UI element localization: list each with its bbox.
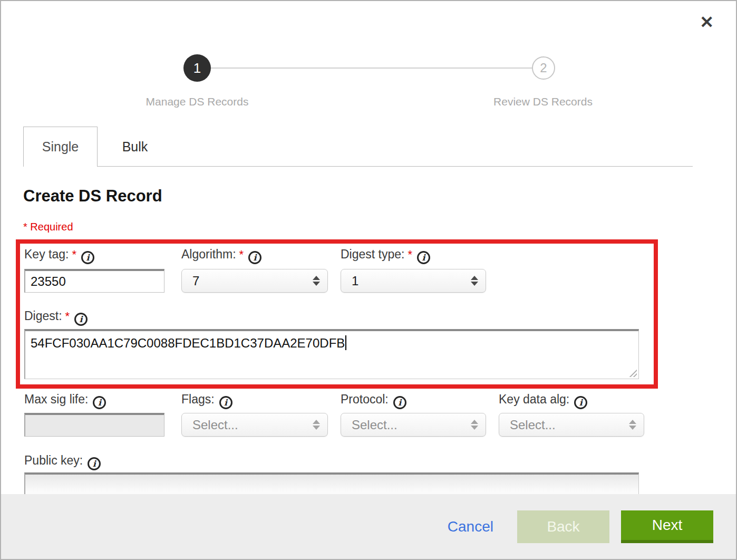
back-button[interactable]: Back	[517, 510, 609, 543]
stepper: 1 2 Manage DS Records Review DS Records	[1, 1, 736, 117]
digest-textarea[interactable]: 54FCF030AA1C79C0088FDEC1BD1C37DAA2E70DFB	[24, 329, 639, 379]
protocol-select[interactable]: Select...	[341, 413, 486, 437]
cancel-link[interactable]: Cancel	[448, 518, 493, 535]
public-key-info-icon[interactable]: i	[88, 457, 101, 470]
step-1-label: Manage DS Records	[92, 95, 303, 108]
select-arrows-icon	[471, 276, 478, 286]
required-note: * Required	[23, 221, 73, 233]
tab-bar-underline	[98, 166, 693, 167]
flags-select[interactable]: Select...	[181, 413, 328, 437]
algorithm-label: Algorithm:*i	[181, 247, 261, 264]
key-tag-input[interactable]	[24, 269, 164, 293]
create-ds-record-modal: ✕ 1 2 Manage DS Records Review DS Record…	[0, 0, 737, 560]
max-sig-life-info-icon[interactable]: i	[93, 396, 106, 409]
next-button[interactable]: Next	[621, 510, 713, 543]
protocol-label-text: Protocol:	[341, 392, 389, 406]
max-sig-life-label-text: Max sig life:	[24, 392, 88, 406]
algorithm-select-value: 7	[192, 274, 199, 288]
key-data-alg-select-value: Select...	[510, 418, 556, 432]
digest-type-select-value: 1	[352, 274, 358, 288]
digest-required-asterisk: *	[65, 310, 70, 323]
algorithm-label-text: Algorithm:	[181, 247, 236, 261]
flags-label-text: Flags:	[181, 392, 215, 406]
digest-type-required-asterisk: *	[408, 248, 412, 261]
protocol-select-value: Select...	[352, 418, 397, 432]
key-tag-label-text: Key tag:	[24, 247, 69, 261]
tab-bar: Single Bulk	[1, 127, 736, 167]
algorithm-info-icon[interactable]: i	[248, 251, 261, 264]
text-caret	[345, 335, 346, 350]
flags-label: Flags:i	[181, 392, 232, 409]
select-arrows-icon	[313, 420, 320, 430]
key-data-alg-label-text: Key data alg:	[499, 392, 569, 406]
protocol-info-icon[interactable]: i	[393, 396, 406, 409]
public-key-label: Public key:i	[24, 453, 101, 470]
max-sig-life-label: Max sig life:i	[24, 392, 106, 409]
max-sig-life-input[interactable]	[24, 413, 164, 437]
digest-type-info-icon[interactable]: i	[417, 251, 430, 264]
resize-handle-icon[interactable]	[628, 368, 637, 377]
key-data-alg-select[interactable]: Select...	[499, 413, 644, 437]
flags-info-icon[interactable]: i	[219, 396, 232, 409]
step-1-circle: 1	[183, 54, 211, 82]
page-title: Create DS Record	[23, 187, 162, 206]
tab-bulk[interactable]: Bulk	[98, 127, 172, 167]
algorithm-select[interactable]: 7	[181, 269, 328, 293]
step-2-label: Review DS Records	[438, 95, 648, 108]
key-data-alg-label: Key data alg:i	[499, 392, 587, 409]
digest-value: 54FCF030AA1C79C0088FDEC1BD1C37DAA2E70DFB	[31, 336, 345, 350]
key-data-alg-info-icon[interactable]: i	[574, 396, 587, 409]
algorithm-required-asterisk: *	[239, 248, 244, 261]
select-arrows-icon	[471, 420, 478, 430]
modal-footer: Cancel Back Next	[1, 494, 736, 559]
flags-select-value: Select...	[192, 418, 238, 432]
step-2-circle: 2	[532, 56, 555, 80]
digest-label-text: Digest:	[24, 309, 62, 323]
select-arrows-icon	[629, 420, 636, 430]
digest-type-label-text: Digest type:	[341, 247, 404, 261]
digest-type-label: Digest type:*i	[341, 247, 430, 264]
digest-label: Digest:*i	[24, 309, 88, 326]
public-key-label-text: Public key:	[24, 453, 83, 467]
tab-single[interactable]: Single	[23, 127, 98, 167]
key-tag-info-icon[interactable]: i	[81, 251, 94, 264]
protocol-label: Protocol:i	[341, 392, 406, 409]
select-arrows-icon	[313, 276, 320, 286]
key-tag-label: Key tag:*i	[24, 247, 94, 264]
digest-info-icon[interactable]: i	[74, 313, 88, 326]
key-tag-required-asterisk: *	[72, 248, 76, 261]
digest-type-select[interactable]: 1	[341, 269, 486, 293]
step-connector-line	[211, 67, 532, 69]
